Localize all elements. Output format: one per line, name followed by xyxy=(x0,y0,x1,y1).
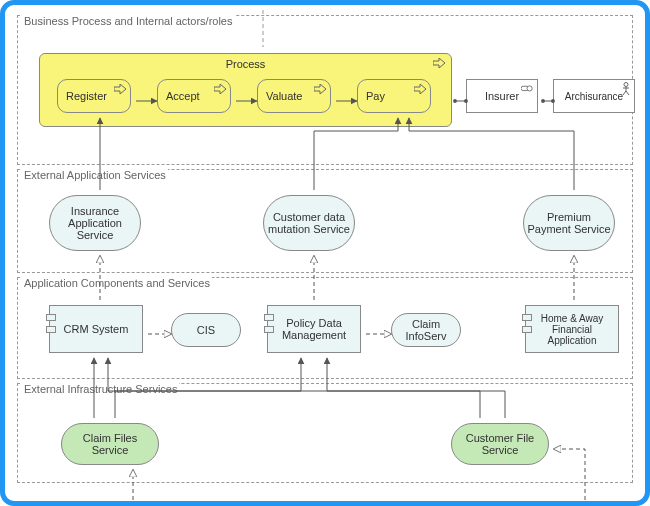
layer-app-title: Application Components and Services xyxy=(22,277,212,289)
infra-customer-file: Customer File Service xyxy=(451,423,549,465)
arrow-icon xyxy=(214,84,226,94)
arrow-icon xyxy=(114,84,126,94)
service-premium-payment-label: Premium Payment Service xyxy=(526,211,612,235)
component-home-away-label: Home & Away Financial Application xyxy=(528,313,616,346)
arrow-icon xyxy=(314,84,326,94)
service-claim-infoserv: Claim InfoServ xyxy=(391,313,461,347)
component-policy-data-label: Policy Data Management xyxy=(270,317,358,341)
role-insurer-label: Insurer xyxy=(485,90,519,102)
component-crm: CRM System xyxy=(49,305,143,353)
step-register: Register xyxy=(57,79,131,113)
layer-business-title: Business Process and Internal actors/rol… xyxy=(22,15,235,27)
component-icon xyxy=(46,326,56,333)
process-title: Process xyxy=(40,58,451,70)
svg-point-2 xyxy=(624,83,628,87)
role-icon xyxy=(521,83,533,93)
component-icon xyxy=(264,314,274,321)
component-icon xyxy=(522,314,532,321)
component-icon xyxy=(46,314,56,321)
svg-point-1 xyxy=(527,86,532,91)
layer-infra-title: External Infrastructure Services xyxy=(22,383,179,395)
step-register-label: Register xyxy=(66,90,107,102)
arrow-icon xyxy=(433,58,445,68)
actor-archisurance: Archisurance xyxy=(553,79,635,113)
service-cis: CIS xyxy=(171,313,241,347)
component-home-away: Home & Away Financial Application xyxy=(525,305,619,353)
service-insurance-app: Insurance Application Service xyxy=(49,195,141,251)
component-icon xyxy=(522,326,532,333)
step-accept: Accept xyxy=(157,79,231,113)
infra-claim-files: Claim Files Service xyxy=(61,423,159,465)
service-customer-data-label: Customer data mutation Service xyxy=(266,211,352,235)
infra-customer-file-label: Customer File Service xyxy=(454,432,546,456)
step-valuate-label: Valuate xyxy=(266,90,303,102)
service-claim-infoserv-label: Claim InfoServ xyxy=(394,318,458,342)
arrow-icon xyxy=(414,84,426,94)
actor-archisurance-label: Archisurance xyxy=(565,91,623,102)
role-insurer: Insurer xyxy=(466,79,538,113)
service-cis-label: CIS xyxy=(197,324,215,336)
step-valuate: Valuate xyxy=(257,79,331,113)
diagram-canvas: Business Process and Internal actors/rol… xyxy=(0,0,650,506)
actor-icon xyxy=(621,82,631,96)
component-icon xyxy=(264,326,274,333)
step-pay: Pay xyxy=(357,79,431,113)
service-insurance-app-label: Insurance Application Service xyxy=(52,205,138,241)
component-crm-label: CRM System xyxy=(64,323,129,335)
component-policy-data: Policy Data Management xyxy=(267,305,361,353)
layer-ext-app-title: External Application Services xyxy=(22,169,168,181)
infra-claim-files-label: Claim Files Service xyxy=(64,432,156,456)
step-pay-label: Pay xyxy=(366,90,385,102)
service-customer-data: Customer data mutation Service xyxy=(263,195,355,251)
step-accept-label: Accept xyxy=(166,90,200,102)
service-premium-payment: Premium Payment Service xyxy=(523,195,615,251)
